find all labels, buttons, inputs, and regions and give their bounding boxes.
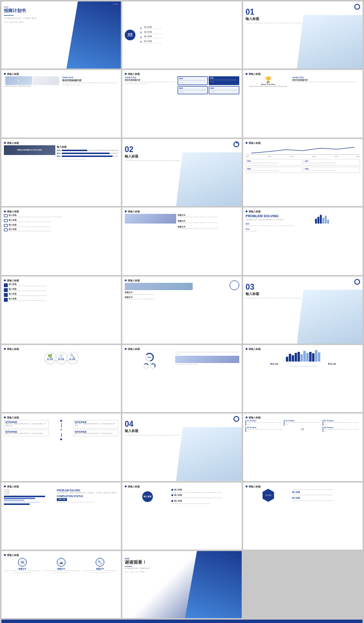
slide-4: 请输入标题 ‹ 52. › YOUR TITLE HERE YOUR TITL — [1, 70, 121, 137]
toc-item-3: 3 输入标题 UNIVERSAL TEMPLATE — [140, 35, 239, 39]
slide-2-circle-text: 目录 content — [128, 33, 133, 37]
slide-20-sub: Synergistically whittle technically soun… — [125, 434, 182, 436]
slide-25-inner: 请输入标题 ✉ 标题文字 The user can demonstrate co… — [1, 551, 121, 618]
slide-15-num: 03 — [246, 283, 360, 292]
slide-3-sub: Synergistically whittle technically soun… — [246, 22, 303, 24]
slide-4-num: 52. — [17, 80, 19, 82]
slide-1-divider — [4, 15, 14, 16]
slide-16-title: 请输入标题 — [4, 347, 118, 350]
slide-23: 请输入标题 输入标题 输入标题 Lorem ipsum dolor sit am… — [122, 483, 242, 550]
slide-11: 请输入标题 标题文本 Lorem ipsum dolor sit amet, c… — [122, 208, 242, 275]
slide-5-body: Life isn't about waiting for the storm t… — [125, 81, 176, 85]
slide-20-title: 输入标题 — [125, 429, 239, 433]
slide-24-hexagon-label: 输入标题 — [265, 494, 271, 496]
slide-26-info: 汇报人：演讲工 时间：20XXX — [125, 571, 239, 573]
slide-1-inner: LOGO 20XX 招商计划书 POWERPOINT TEMPLATE 汇报人：… — [1, 1, 121, 69]
slide-24: 请输入标题 输入标题 Lorem ipsum dolor sit amet te… — [243, 483, 363, 550]
slide-18-input2: 输入标题 — [330, 363, 336, 365]
slide-1-logo: LOGO — [113, 3, 118, 5]
slide-22-completion: COMPLETION STATUS — [57, 495, 118, 498]
slide-12-problem-title: PROBLEM SOLVING — [246, 214, 314, 218]
slide-7-subtitle: MOBILE INTERNET IS THE FUTURE — [17, 149, 42, 151]
slide-1-subtitle: POWERPOINT TEMPLATE — [4, 17, 118, 19]
slide-18: 请输入标题 — [243, 345, 363, 412]
slide-23-inner: 请输入标题 输入标题 输入标题 Lorem ipsum dolor sit am… — [122, 483, 242, 550]
slide-1-cover: LOGO 20XX 招商计划书 POWERPOINT TEMPLATE 汇报人：… — [1, 1, 121, 69]
slide-7: 请输入标题 MOBILE INTERNET IS THE FUTURE 输入标题… — [1, 139, 121, 206]
slide-4-title: 请输入标题 — [4, 72, 118, 75]
slide-3-title: 输入标题 — [246, 17, 360, 21]
toc-num-3: 3 — [140, 36, 143, 39]
slide-19-title: 请输入标题 — [4, 416, 118, 419]
slide-21-title: 请输入标题 — [246, 416, 360, 419]
slide-23-item1: 输入标题 — [174, 489, 182, 491]
toc-item-2: 2 输入标题 UNIVERSAL TEMPLATE — [140, 31, 239, 35]
slide-6-body: Life isn't about waiting for the storm t… — [292, 81, 360, 83]
slide-12-title: 请输入标题 — [246, 210, 360, 213]
slide-25-title: 请输入标题 — [4, 554, 118, 556]
slide-13-title: 请输入标题 — [4, 279, 118, 282]
slide-23-item3: 输入标题 — [174, 500, 182, 502]
slide-10-icon3 — [4, 224, 8, 227]
slide-10-icon1 — [4, 214, 8, 217]
slide-6-inner: 请输入标题 🏆 Short Text Here Please enter tex… — [243, 70, 363, 137]
slide-13: 请输入标题 输入标题 Ipsum is simply dummy text of… — [1, 277, 121, 344]
slide-9-inner: 请输入标题 数据1 数据2 数据3 数据4 数据5 数据6 — [243, 139, 363, 206]
toc-sub-3: UNIVERSAL TEMPLATE — [144, 37, 162, 39]
slide-12: 请输入标题 PROBLEM SOLVING 点击此处输入文字，建议在空白格内填充… — [243, 208, 363, 275]
slide-3-num: 01 — [246, 8, 360, 17]
slide-10-inner: 请输入标题 输入标题 Ipsum is simply dummy text of… — [1, 208, 121, 275]
toc-sub-2: UNIVERSAL TEMPLATE — [144, 33, 162, 35]
slide-4-add-content: 添加页面标题内容 — [62, 79, 119, 82]
slide-23-title: 请输入标题 — [125, 485, 239, 488]
slide-14: 请输入标题 标题文本 Lorem ipsum dolor sit amet co… — [122, 277, 242, 344]
slide-15-section03: 03 输入标题 Synergistically whittle technica… — [243, 277, 363, 344]
slide-11-title: 请输入标题 — [125, 210, 239, 213]
slide-2-circle: 目录 content — [125, 30, 135, 40]
slides-grid: LOGO 20XX 招商计划书 POWERPOINT TEMPLATE 汇报人：… — [0, 0, 364, 623]
toc-item-4: 4 输入标题 UNIVERSAL TEMPLATE — [140, 40, 239, 44]
slide-2-items: 1 输入标题 UNIVERSAL TEMPLATE 2 输入标题 UNIVERS… — [137, 25, 239, 45]
slide-10: 请输入标题 输入标题 Ipsum is simply dummy text of… — [1, 208, 121, 275]
slide-8-title: 输入标题 — [125, 154, 239, 159]
slide-22-inner: 请输入标题 文字间距 文字间距 文字间距 — [1, 483, 121, 550]
slide-12-inner: 请输入标题 PROBLEM SOLVING 点击此处输入文字，建议在空白格内填充… — [243, 208, 363, 275]
slide-26-inner: LOGO 20XX 谢谢观看！ POWERPOINT TEMPLATE 汇报人：… — [122, 551, 242, 618]
slide-22: 请输入标题 文字间距 文字间距 文字间距 — [1, 483, 121, 550]
slide-11-inner: 请输入标题 标题文本 Lorem ipsum dolor sit amet, c… — [122, 208, 242, 275]
toc-sub-1: UNIVERSAL TEMPLATE — [144, 28, 162, 30]
slide-20-num: 04 — [125, 420, 239, 429]
slide-6: 请输入标题 🏆 Short Text Here Please enter tex… — [243, 70, 363, 137]
slide-10-icon4 — [4, 228, 8, 231]
slide-5-title: 请输入标题 — [125, 72, 239, 75]
slide-18-title: 请输入标题 — [246, 347, 360, 350]
slide-9: 请输入标题 数据1 数据2 数据3 数据4 数据5 数据6 — [243, 139, 363, 206]
slide-1-info: 汇报人：演讲工 时间：20XXX — [4, 21, 118, 23]
toc-sub-4: UNIVERSAL TEMPLATE — [144, 42, 162, 44]
slide-4-body: Life isn't about waiting for the storm t… — [62, 82, 119, 86]
slide-17-title: 请输入标题 — [125, 347, 239, 350]
slide-22-part: PART ONE — [57, 498, 67, 501]
slide-24-inner: 请输入标题 输入标题 Lorem ipsum dolor sit amet te… — [243, 483, 363, 550]
slide-17: 请输入标题 75% — [122, 345, 242, 412]
slide-16: 请输入标题 🌿 输入标题 Lorem ipsum text 🛒 输入标题 Lor… — [1, 345, 121, 412]
slide-22-title: 请输入标题 — [4, 485, 118, 488]
slide-26-thankyou: LOGO 20XX 谢谢观看！ POWERPOINT TEMPLATE 汇报人：… — [122, 551, 242, 618]
slide-10-title: 请输入标题 — [4, 210, 118, 213]
slide-18-inner: 请输入标题 — [243, 345, 363, 412]
slide-15-title: 输入标题 — [246, 292, 360, 296]
slide-18-input1: 输入标题 — [272, 363, 278, 365]
slide-20-inner: 04 输入标题 Synergistically whittle technica… — [122, 414, 242, 481]
slide-19-inner: 请输入标题 填写投资标题 请输入文字，建议在文本框中填充文字，也可以在这里输入文… — [1, 414, 121, 481]
slide-7-inner: 请输入标题 MOBILE INTERNET IS THE FUTURE 输入标题… — [1, 139, 121, 206]
slide-24-hexagon: 输入标题 — [263, 489, 274, 502]
slide-14-title: 请输入标题 — [125, 279, 239, 282]
slide-7-title: 请输入标题 — [4, 141, 118, 144]
slide-17-percent: 75% — [148, 356, 151, 358]
slide-3-section01: 01 输入标题 Synergistically whittle technica… — [243, 1, 363, 69]
slide-4-footer-right: YOUR TITLE HERE — [18, 86, 31, 87]
slide-4-footer-left: YOUR TITLE HERE — [4, 86, 17, 87]
slide-6-title: 请输入标题 — [246, 72, 360, 75]
slide-14-inner: 请输入标题 标题文本 Lorem ipsum dolor sit amet co… — [122, 277, 242, 344]
slide-21: 请输入标题 01. Product Connection adjoining a… — [243, 414, 363, 481]
